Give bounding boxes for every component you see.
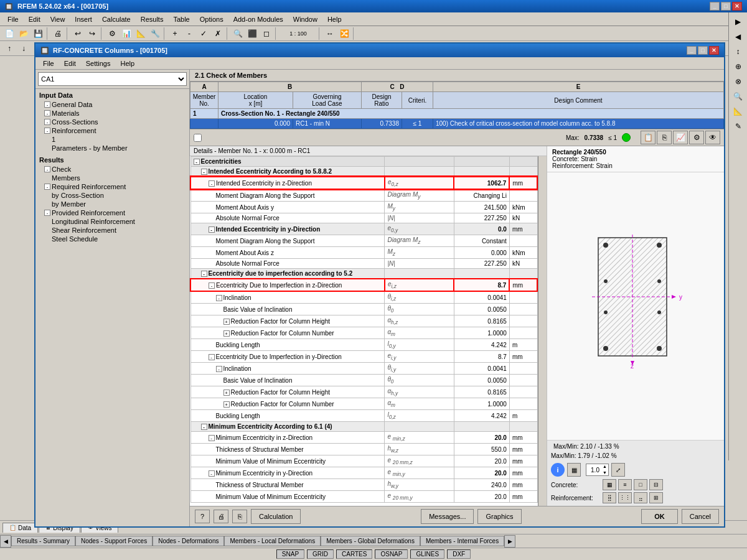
results-tab-5[interactable]: Members - Internal Forces (420, 536, 504, 546)
tb-btn4[interactable]: 🔧 (148, 27, 162, 40)
nav-cross-sections[interactable]: -Cross-Sections (35, 118, 189, 126)
new-btn[interactable]: 📄 (2, 27, 16, 40)
results-tab-1[interactable]: Nodes - Support Forces (75, 536, 153, 546)
nav-reinforcement-1[interactable]: 1 (35, 135, 189, 144)
toolbar-results-btn5[interactable]: 👁 (705, 131, 720, 144)
row-reduction-height-y[interactable]: +Reduction Factor for Column Height αh,y… (190, 386, 537, 398)
row-thickness-z[interactable]: Thickness of Structural Member hw,z 550.… (190, 444, 537, 455)
tab-nav-left[interactable]: ◀ (0, 535, 11, 548)
row-abs-normal-y[interactable]: Absolute Normal Force |N| 227.250 kN (190, 213, 537, 223)
row-reduction-number-y[interactable]: +Reduction Factor for Column Number αm 1… (190, 398, 537, 410)
ca-selector[interactable]: CA1 (38, 72, 187, 86)
row-intended-ecc-z[interactable]: -Intended Eccentricity in z-Direction e0… (190, 177, 537, 189)
cs-display-btn1[interactable]: ▦ (567, 463, 581, 477)
rt-btn2[interactable]: ◀ (731, 30, 746, 44)
app-menu-view[interactable]: View (45, 14, 70, 24)
nav-provided-reinforcement[interactable]: -Provided Reinforcement (35, 208, 189, 217)
zoom-up[interactable]: ▲ (603, 464, 607, 470)
dialog-maximize[interactable]: □ (698, 46, 708, 55)
conc-btn2[interactable]: ≡ (618, 479, 632, 490)
rt-btn6[interactable]: 🔍 (731, 90, 746, 103)
app-menu-edit[interactable]: Edit (24, 14, 45, 24)
dialog-menu-file[interactable]: File (38, 58, 59, 68)
row-inclination-z[interactable]: -Inclination θi,z 0.0041 (190, 291, 537, 304)
app-menu-file[interactable]: File (2, 14, 24, 24)
tb-btn13[interactable]: ↔ (323, 27, 337, 40)
tb-btn5[interactable]: + (168, 27, 182, 40)
row-imperfection-z[interactable]: -Eccentricity Due to Imperfection in z-D… (190, 279, 537, 291)
tb-btn1[interactable]: ⚙ (105, 27, 119, 40)
app-maximize-btn[interactable]: □ (721, 2, 731, 11)
results-tab-4[interactable]: Members - Global Deformations (321, 536, 420, 546)
nav-by-cross-section[interactable]: by Cross-Section (35, 191, 189, 200)
reinf-btn1[interactable]: ⣿ (603, 492, 616, 503)
reinf-btn2[interactable]: ⋮⋮ (618, 492, 632, 503)
rt-btn8[interactable]: ✎ (731, 119, 746, 133)
messages-btn[interactable]: Messages... (421, 509, 474, 524)
reinf-btn4[interactable]: ⊞ (649, 492, 663, 503)
all-load-cases-checkbox[interactable] (194, 134, 202, 142)
rt-btn4[interactable]: ⊕ (731, 60, 746, 73)
app-close-btn[interactable]: ✕ (732, 2, 742, 11)
row-inclination-y[interactable]: -Inclination θi,y 0.0041 (190, 363, 537, 375)
results-tab-2[interactable]: Nodes - Deformations (153, 536, 224, 546)
tb-btn11[interactable]: ◻ (260, 27, 273, 40)
row-moment-axis-y[interactable]: Moment About Axis y My 241.500 kNm (190, 202, 537, 213)
tb-btn9[interactable]: 🔍 (231, 27, 245, 40)
toolbar-results-btn2[interactable]: ⎘ (657, 131, 672, 144)
tb2-btn1[interactable]: ↑ (2, 42, 16, 55)
conc-btn1[interactable]: ▦ (603, 479, 616, 490)
row-reduction-height-z[interactable]: +Reduction Factor for Column Height αh,z… (190, 315, 537, 327)
toolbar-results-btn3[interactable]: 📈 (673, 131, 688, 144)
tb-btn3[interactable]: 📐 (134, 27, 148, 40)
calculation-btn[interactable]: Calculation (251, 509, 301, 524)
save-btn[interactable]: 💾 (31, 27, 45, 40)
rt-btn1[interactable]: ▶ (731, 15, 746, 29)
nav-members[interactable]: Members (35, 174, 189, 182)
conc-btn3[interactable]: □ (634, 479, 647, 490)
undo-btn[interactable]: ↩ (71, 27, 85, 40)
tb-btn12[interactable]: 1 : 100 (280, 27, 317, 40)
tb-btn14[interactable]: 🔀 (337, 27, 351, 40)
tb-btn8[interactable]: ✗ (211, 27, 225, 40)
dialog-minimize[interactable]: _ (687, 46, 697, 55)
app-menu-table[interactable]: Table (168, 14, 194, 24)
row-abs-normal-z[interactable]: Absolute Normal Force |N| 227.250 kN (190, 259, 537, 269)
app-menu-window[interactable]: Window (288, 14, 322, 24)
tb-btn10[interactable]: ⬛ (245, 27, 259, 40)
open-btn[interactable]: 📂 (17, 27, 31, 40)
nav-required-reinforcement[interactable]: -Required Reinforcement (35, 182, 189, 191)
row-min-ecc-val-y[interactable]: Minimum Value of Minimum Eccentricity e … (190, 491, 537, 503)
row-moment-diagram-y[interactable]: Moment Diagram Along the Support Diagram… (190, 189, 537, 202)
dialog-menu-edit[interactable]: Edit (59, 58, 81, 68)
dialog-menu-settings[interactable]: Settings (81, 58, 116, 68)
app-menu-calculate[interactable]: Calculate (97, 14, 136, 24)
row-buckling-length-z[interactable]: Buckling Length l0,z 4.242 m (190, 410, 537, 422)
export-btn[interactable]: ⎘ (232, 510, 247, 523)
osnap-btn[interactable]: OSNAP (375, 549, 408, 559)
tb2-btn2[interactable]: ↓ (17, 42, 31, 55)
tb-btn6[interactable]: - (182, 27, 196, 40)
row-moment-diagram-z[interactable]: Moment Diagram Along the Support Diagram… (190, 235, 537, 247)
redo-btn[interactable]: ↪ (85, 27, 99, 40)
glines-btn[interactable]: GLINES (410, 549, 444, 559)
toolbar-results-btn4[interactable]: ⚙ (689, 131, 704, 144)
snap-btn[interactable]: SNAP (276, 549, 304, 559)
nav-by-member[interactable]: by Member (35, 200, 189, 208)
cartes-btn[interactable]: CARTES (336, 549, 372, 559)
tab-nav-right[interactable]: ▶ (504, 535, 515, 548)
grid-btn[interactable]: GRID (307, 549, 334, 559)
conc-btn4[interactable]: ⊟ (649, 479, 663, 490)
row-imperfection-y-section[interactable]: -Eccentricity Due to Imperfection in y-D… (190, 351, 537, 363)
reinf-btn3[interactable]: ⣤ (634, 492, 647, 503)
cancel-btn[interactable]: Cancel (682, 509, 719, 524)
nav-parameters-by-member[interactable]: Parameters - by Member (35, 144, 189, 152)
app-menu-addon[interactable]: Add-on Modules (228, 14, 288, 24)
info-btn[interactable]: i (551, 463, 565, 477)
print-btn-dialog[interactable]: 🖨 (214, 510, 228, 523)
nav-longitudinal[interactable]: Longitudinal Reinforcement (35, 217, 189, 226)
rt-btn5[interactable]: ⊗ (731, 75, 746, 88)
app-minimize-btn[interactable]: _ (710, 2, 720, 11)
tb-btn7[interactable]: ✓ (197, 27, 210, 40)
rt-btn3[interactable]: ↕ (731, 45, 746, 58)
